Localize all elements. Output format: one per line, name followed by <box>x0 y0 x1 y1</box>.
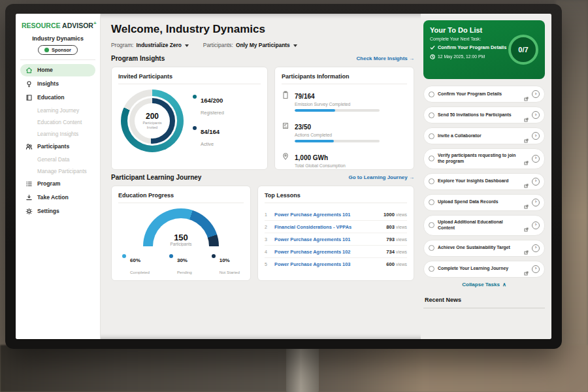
sidebar-item-home[interactable]: Home <box>20 64 95 76</box>
page-title: Welcome, Industry Dynamics <box>111 23 414 36</box>
task-explore-insights[interactable]: Explore Your Insights Dashboard › <box>423 173 545 190</box>
sidebar-item-education[interactable]: Education <box>20 91 95 104</box>
invited-participants-card: Invited Participants 200 Participants In… <box>111 67 268 170</box>
sidebar-item-settings[interactable]: Settings <box>20 205 95 218</box>
global-consumption-stat: 1,000 GWh Total Global Consumption <box>282 151 407 168</box>
sidebar-item-education-content[interactable]: Education Content <box>20 117 95 127</box>
org-name: Industry Dynamics <box>20 35 95 42</box>
checkbox-icon[interactable] <box>429 178 434 184</box>
checkbox-icon[interactable] <box>429 133 434 139</box>
checkbox-icon[interactable] <box>429 91 434 97</box>
progress-bar-fill <box>295 140 334 142</box>
task-upload-spend-data[interactable]: Upload Spend Data Records › <box>423 194 545 211</box>
chevron-right-icon[interactable]: › <box>532 90 540 98</box>
lesson-link[interactable]: Power Purchase Agreements 101 <box>274 237 382 242</box>
open-icon <box>524 200 529 204</box>
collapse-tasks-link[interactable]: Collapse Tasks ∧ <box>423 282 545 287</box>
lesson-rank: 2 <box>265 225 270 229</box>
chevron-right-icon[interactable]: › <box>532 244 540 252</box>
brand-resource: RESOURCE <box>22 22 61 29</box>
checkbox-icon[interactable] <box>429 245 434 251</box>
lesson-link[interactable]: Power Purchase Agreements 103 <box>274 261 382 267</box>
legend-dot <box>212 254 216 258</box>
checkbox-icon[interactable] <box>429 112 434 118</box>
progress-bar <box>295 109 380 112</box>
task-list: Confirm Your Program Details › Send 50 I… <box>423 86 545 278</box>
task-achieve-sustainability-target[interactable]: Achieve One Sustainability Target › <box>423 240 545 257</box>
lesson-link[interactable]: Power Purchase Agreements 101 <box>274 212 380 218</box>
task-upload-educational-content[interactable]: Upload Additional Educational Content › <box>423 215 545 236</box>
lesson-link[interactable]: Financial Considerations - VPPAs <box>274 224 382 230</box>
app-logo: RESOURCE ADVISOR+ <box>20 20 95 35</box>
chevron-down-icon <box>293 44 297 47</box>
sidebar-item-take-action[interactable]: Take Action <box>20 191 95 204</box>
sidebar-item-learning-journey[interactable]: Learning Journey <box>20 105 95 116</box>
sidebar-item-label: Learning Insights <box>37 131 78 137</box>
task-complete-learning-journey[interactable]: Complete Your Learning Journey › <box>423 261 545 278</box>
task-confirm-program-details[interactable]: Confirm Your Program Details › <box>423 86 545 103</box>
go-to-learning-journey-link[interactable]: Go to Learning Journey → <box>349 174 414 180</box>
book-icon <box>25 94 33 101</box>
task-verify-participants[interactable]: Verify participants requesting to join t… <box>423 148 545 169</box>
task-send-invitations[interactable]: Send 50 Invitations to Participants › <box>423 106 545 123</box>
gauge-center-value: 150 <box>143 233 219 242</box>
open-icon <box>524 267 529 271</box>
legend-completed: 60%Completed <box>122 253 150 276</box>
todo-next-task[interactable]: Confirm Your Program Details <box>430 45 507 51</box>
chevron-right-icon[interactable]: › <box>532 155 540 163</box>
program-insights-header: Program Insights Check More Insights → <box>111 55 414 62</box>
sidebar-item-insights[interactable]: Insights <box>20 78 95 90</box>
sidebar-item-label: Manage Participants <box>37 168 87 174</box>
chevron-right-icon[interactable]: › <box>532 221 540 229</box>
sponsor-label: Sponsor <box>52 47 71 53</box>
sponsor-badge[interactable]: Sponsor <box>38 45 78 55</box>
list-icon <box>25 180 33 188</box>
sidebar-item-learning-insights[interactable]: Learning Insights <box>20 129 95 139</box>
chevron-right-icon[interactable]: › <box>532 132 540 140</box>
gauge-legend: 60%Completed 30%Pending 10%Not Started <box>118 249 244 276</box>
participants-filter-value: Only My Participants <box>236 42 290 48</box>
chevron-down-icon <box>185 44 189 47</box>
participants-filter-label: Participants: <box>203 42 233 48</box>
checkbox-icon[interactable] <box>429 222 434 228</box>
program-filter[interactable]: Program:Industrialize Zero <box>111 42 189 48</box>
sidebar: RESOURCE ADVISOR+ Industry Dynamics Spon… <box>16 14 101 339</box>
chevron-right-icon[interactable]: › <box>532 111 540 119</box>
checkbox-icon[interactable] <box>429 199 434 205</box>
lesson-link[interactable]: Power Purchase Agreements 102 <box>274 249 382 255</box>
recent-news-header: Recent News <box>423 291 545 308</box>
sidebar-item-participants[interactable]: Participants <box>20 140 95 153</box>
donut-center-value: 200 <box>146 112 159 121</box>
checkbox-icon[interactable] <box>429 155 434 161</box>
progress-bar <box>295 140 380 142</box>
open-icon <box>524 246 529 250</box>
lesson-row: 5 Power Purchase Agreements 103 600views <box>265 258 407 270</box>
todo-summary-card: Your To Do List Complete Your Next Task:… <box>423 20 545 79</box>
checkbox-icon[interactable] <box>429 266 434 272</box>
legend-pending: 30%Pending <box>169 253 192 276</box>
lesson-views: 793views <box>386 237 407 242</box>
sidebar-item-program[interactable]: Program <box>20 178 95 190</box>
sidebar-item-label: Program <box>37 180 60 187</box>
chevron-right-icon[interactable]: › <box>532 265 540 273</box>
arrow-right-icon: → <box>409 174 414 180</box>
task-invite-collaborator[interactable]: Invite a Collaborator › <box>423 127 545 144</box>
download-icon <box>25 194 33 201</box>
participants-filter[interactable]: Participants:Only My Participants <box>203 42 297 48</box>
todo-progress-ring: 0/7 <box>508 35 538 65</box>
chevron-right-icon[interactable]: › <box>532 199 540 206</box>
sidebar-item-general-data[interactable]: General Data <box>20 154 95 165</box>
lesson-row: 2 Financial Considerations - VPPAs 803vi… <box>265 221 407 233</box>
check-more-insights-link[interactable]: Check More Insights → <box>357 56 414 61</box>
legend-not-started: 10%Not Started <box>212 253 240 276</box>
monitor-stand <box>286 348 319 392</box>
legend-dot <box>169 254 173 258</box>
check-icon <box>430 45 435 50</box>
app-window: RESOURCE ADVISOR+ Industry Dynamics Spon… <box>16 14 551 339</box>
chevron-right-icon[interactable]: › <box>532 178 540 186</box>
bulb-icon <box>25 80 33 88</box>
section-title: Participant Learning Journey <box>111 174 201 181</box>
legend-dot <box>193 126 197 130</box>
sidebar-item-manage-participants[interactable]: Manage Participants <box>20 166 95 176</box>
lesson-views: 803views <box>386 224 407 230</box>
